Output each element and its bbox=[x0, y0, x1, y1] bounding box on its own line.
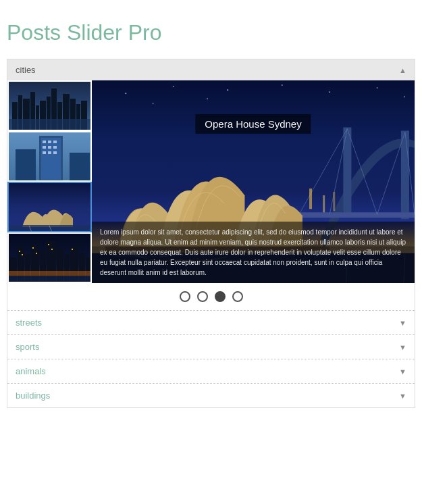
svg-rect-49 bbox=[36, 253, 37, 254]
buildings-accordion[interactable]: buildings ▼ bbox=[7, 383, 415, 407]
svg-rect-23 bbox=[53, 146, 57, 149]
buildings-arrow-icon: ▼ bbox=[399, 392, 406, 400]
svg-point-57 bbox=[227, 89, 228, 91]
svg-point-59 bbox=[329, 91, 330, 93]
animals-arrow-icon: ▼ bbox=[399, 368, 406, 376]
svg-point-62 bbox=[153, 103, 154, 104]
svg-rect-46 bbox=[19, 251, 20, 252]
svg-rect-19 bbox=[48, 141, 51, 143]
slide-dots bbox=[7, 283, 415, 310]
sports-label: sports bbox=[16, 342, 39, 352]
svg-rect-18 bbox=[43, 141, 46, 143]
posts-slider-widget: cities ▲ bbox=[7, 59, 415, 408]
slide-title: Opera House Sydney bbox=[195, 114, 311, 134]
animals-label: animals bbox=[16, 366, 46, 376]
svg-point-56 bbox=[173, 86, 174, 87]
svg-rect-27 bbox=[16, 149, 36, 182]
svg-rect-22 bbox=[48, 146, 51, 149]
streets-arrow-icon: ▼ bbox=[399, 319, 406, 327]
svg-rect-65 bbox=[401, 131, 409, 220]
dot-2[interactable] bbox=[215, 291, 226, 302]
svg-point-55 bbox=[125, 93, 126, 94]
cities-arrow-icon: ▲ bbox=[399, 66, 406, 74]
animals-accordion[interactable]: animals ▼ bbox=[7, 359, 415, 383]
sports-accordion[interactable]: sports ▼ bbox=[7, 334, 415, 359]
svg-point-58 bbox=[282, 84, 283, 86]
thumbnail-1[interactable] bbox=[7, 131, 92, 182]
thumbnail-3[interactable] bbox=[7, 232, 92, 283]
slide-description: Lorem ipsum dolor sit amet, consectetur … bbox=[92, 222, 415, 283]
svg-rect-51 bbox=[51, 249, 53, 250]
svg-rect-28 bbox=[70, 153, 90, 182]
svg-rect-24 bbox=[43, 151, 46, 154]
svg-rect-53 bbox=[9, 276, 92, 283]
buildings-label: buildings bbox=[16, 390, 50, 401]
cities-accordion-header[interactable]: cities ▲ bbox=[7, 59, 415, 80]
main-slide: Opera House Sydney Lorem ipsum dolor sit… bbox=[92, 80, 415, 283]
svg-rect-14 bbox=[9, 119, 92, 131]
svg-point-61 bbox=[404, 96, 405, 97]
dot-3[interactable] bbox=[232, 291, 243, 302]
svg-rect-21 bbox=[43, 146, 46, 149]
svg-rect-26 bbox=[53, 151, 57, 154]
svg-rect-78 bbox=[323, 195, 325, 212]
streets-label: streets bbox=[16, 318, 42, 328]
svg-rect-17 bbox=[41, 138, 61, 180]
svg-rect-52 bbox=[72, 249, 73, 250]
slider-container: Opera House Sydney Lorem ipsum dolor sit… bbox=[7, 80, 415, 283]
svg-rect-77 bbox=[309, 188, 312, 209]
sports-arrow-icon: ▼ bbox=[399, 343, 406, 351]
svg-rect-66 bbox=[299, 212, 415, 218]
svg-point-60 bbox=[377, 87, 378, 89]
dot-0[interactable] bbox=[180, 291, 190, 302]
svg-rect-20 bbox=[53, 141, 57, 143]
svg-rect-79 bbox=[333, 192, 335, 211]
streets-accordion[interactable]: streets ▼ bbox=[7, 310, 415, 334]
svg-rect-25 bbox=[48, 151, 51, 154]
thumbnail-list bbox=[7, 80, 92, 283]
svg-rect-45 bbox=[9, 271, 92, 276]
thumbnail-0[interactable] bbox=[7, 80, 92, 131]
svg-rect-50 bbox=[48, 244, 49, 245]
cities-label: cities bbox=[16, 65, 36, 75]
svg-rect-48 bbox=[32, 247, 34, 249]
svg-rect-47 bbox=[22, 254, 23, 255]
page-title: Posts Slider Pro bbox=[0, 0, 422, 59]
dot-1[interactable] bbox=[197, 291, 208, 302]
thumbnail-2[interactable] bbox=[7, 182, 92, 232]
svg-point-63 bbox=[207, 98, 208, 99]
svg-rect-64 bbox=[343, 127, 351, 216]
